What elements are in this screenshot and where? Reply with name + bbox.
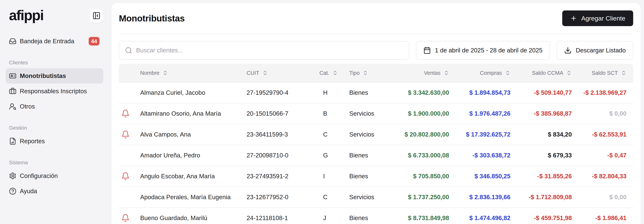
saldo-ccma-value: -$ 1.712.809,08 [510, 194, 572, 201]
clients-table: Nombre CUIT Cat. Tipo Ventas Compras [119, 64, 633, 224]
briefcase-icon [9, 87, 16, 95]
add-client-button[interactable]: Agregar Cliente [562, 10, 633, 26]
client-cuit: 27-19529790-4 [246, 89, 320, 96]
sort-icon [162, 70, 168, 76]
download-list-button[interactable]: Descargar Listado [557, 41, 633, 60]
client-type: Bienes [349, 89, 388, 96]
client-name: Altamirano Osorio, Ana María [133, 110, 246, 117]
alert-bell-icon [121, 172, 130, 181]
search-input[interactable] [136, 47, 403, 54]
compras-value: $ 1.474.496,82 [449, 215, 510, 222]
alert-cell [119, 109, 133, 118]
alert-bell-icon [121, 109, 130, 118]
download-icon [564, 47, 572, 54]
client-type: Servicios [349, 110, 388, 117]
table-row[interactable]: Altamirano Osorio, Ana María 20-15015066… [119, 103, 633, 124]
file-chart-icon [9, 137, 16, 145]
sidebar-collapse-button[interactable] [90, 9, 103, 22]
table-row[interactable]: Almanza Curiel, Jacobo 27-19529790-4 H B… [119, 82, 633, 103]
calendar-icon [423, 47, 431, 54]
ventas-value: $ 1.900.000,00 [388, 110, 449, 117]
sidebar-section-sistema: Sistema [9, 160, 103, 166]
plus-icon [570, 15, 577, 22]
sort-icon [505, 70, 510, 76]
ventas-value: $ 705.850,00 [388, 173, 449, 180]
table-row[interactable]: Angulo Escobar, Ana María 23-27493591-2 … [119, 166, 633, 187]
panel-left-close-icon [92, 11, 100, 20]
saldo-ccma-value: -$ 459.751,98 [510, 215, 572, 222]
table-row[interactable]: Amador Ureña, Pedro 27-20098710-0 G Bien… [119, 145, 633, 166]
column-header-compras[interactable]: Compras [449, 70, 510, 76]
table-row[interactable]: Alva Campos, Ana 23-36411599-3 C Servici… [119, 124, 633, 145]
client-name: Amador Ureña, Pedro [133, 152, 246, 159]
compras-value: $ 1.894.854,73 [449, 89, 510, 96]
alert-cell [119, 172, 133, 181]
alert-cell [119, 193, 133, 202]
client-cuit: 23-12677952-0 [246, 194, 320, 201]
app-logo: afippi [9, 8, 44, 22]
table-row[interactable]: Bueno Guardado, Marilú 24-12118108-1 J B… [119, 208, 633, 224]
table-body: Almanza Curiel, Jacobo 27-19529790-4 H B… [119, 82, 633, 224]
column-header-cuit[interactable]: CUIT [246, 70, 320, 76]
compras-value: $ 2.836.139,66 [449, 194, 510, 201]
sidebar-item-otros[interactable]: Otros [6, 99, 103, 114]
column-header-ventas[interactable]: Ventas [388, 70, 449, 76]
table-row[interactable]: Apodaca Perales, María Eugenia 23-126779… [119, 187, 633, 208]
saldo-sct-value: -$ 2.138.969,27 [572, 89, 633, 96]
column-header-saldo-sct[interactable]: Saldo SCT [572, 70, 633, 76]
table-header-row: Nombre CUIT Cat. Tipo Ventas Compras [119, 64, 633, 82]
column-header-saldo-ccma[interactable]: Saldo CCMA [510, 70, 572, 76]
sidebar-item-configuracion[interactable]: Configuración [6, 168, 103, 184]
client-name: Bueno Guardado, Marilú [133, 215, 246, 222]
gear-icon [9, 172, 16, 180]
sort-icon [444, 70, 449, 76]
sort-icon [332, 70, 338, 76]
sidebar-item-monotributistas[interactable]: Monotributistas [6, 68, 103, 84]
client-name: Alva Campos, Ana [133, 131, 246, 138]
sidebar-item-inbox[interactable]: Bandeja de Entrada 44 [6, 33, 103, 49]
ventas-value: $ 20.802.800,00 [388, 131, 449, 138]
date-range-button[interactable]: 1 de abril de 2025 - 28 de abril de 2025 [416, 41, 550, 60]
sidebar: afippi Bandeja de Entrada 44 Clientes Mo… [0, 0, 112, 224]
sort-icon [362, 70, 368, 76]
client-type: Servicios [349, 131, 388, 138]
client-cuit: 27-20098710-0 [246, 152, 320, 159]
ventas-value: $ 8.731.849,98 [388, 215, 449, 222]
client-type: Bienes [349, 173, 388, 180]
search-box [119, 41, 409, 60]
sidebar-item-ayuda[interactable]: Ayuda [6, 184, 103, 199]
column-header-nombre[interactable]: Nombre [133, 70, 246, 76]
client-name: Almanza Curiel, Jacobo [133, 89, 246, 96]
sidebar-item-reportes[interactable]: Reportes [6, 134, 103, 149]
sidebar-item-label: Bandeja de Entrada [20, 38, 74, 45]
compras-value: -$ 303.638,72 [449, 152, 510, 159]
toolbar: 1 de abril de 2025 - 28 de abril de 2025… [119, 41, 633, 60]
alert-cell [119, 88, 133, 97]
page-title: Monotributistas [119, 13, 184, 23]
alert-bell-icon [121, 214, 130, 222]
compras-value: $ 1.976.487,26 [449, 110, 510, 117]
saldo-sct-value: $ 0,00 [572, 194, 633, 201]
inbox-count-badge: 44 [89, 37, 100, 45]
sidebar-section-gestion: Gestión [9, 125, 103, 131]
sidebar-item-label: Otros [20, 103, 35, 110]
sidebar-item-responsables-inscriptos[interactable]: Responsables Inscriptos [6, 84, 103, 99]
inbox-icon [9, 37, 16, 45]
saldo-ccma-value: -$ 31.855,26 [510, 173, 572, 180]
client-category: I [320, 173, 349, 180]
add-client-label: Agregar Cliente [581, 15, 625, 22]
alert-cell [119, 214, 133, 222]
client-category: B [320, 110, 349, 117]
compras-value: $ 17.392.625,72 [449, 131, 510, 138]
sidebar-section-clientes: Clientes [9, 60, 103, 66]
sort-icon [262, 70, 268, 76]
alert-bell-icon [121, 130, 130, 139]
saldo-sct-value: -$ 1.986,41 [572, 215, 633, 222]
saldo-sct-value: -$ 82.804,33 [572, 173, 633, 180]
column-header-cat[interactable]: Cat. [320, 70, 349, 76]
help-circle-icon [9, 188, 16, 195]
column-header-tipo[interactable]: Tipo [349, 70, 388, 76]
sidebar-item-label: Reportes [20, 138, 45, 145]
saldo-ccma-value: $ 679,33 [510, 152, 572, 159]
id-card-icon [9, 72, 16, 80]
